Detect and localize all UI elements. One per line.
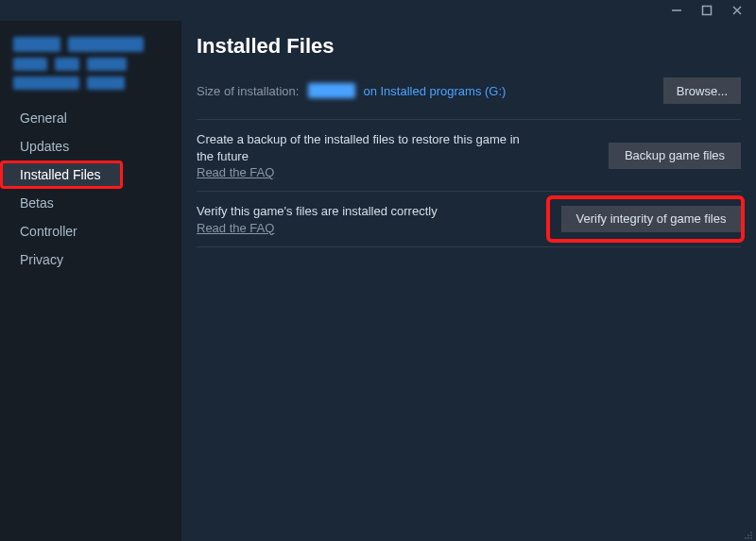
- minimize-button[interactable]: [665, 2, 688, 19]
- verify-faq-link[interactable]: Read the FAQ: [197, 221, 274, 235]
- backup-section: Create a backup of the installed files t…: [197, 119, 741, 191]
- close-button[interactable]: [726, 2, 748, 19]
- main-panel: Installed Files Size of installation: on…: [181, 21, 756, 541]
- sidebar: General Updates Installed Files Betas Co…: [0, 21, 181, 541]
- size-label: Size of installation:: [197, 84, 299, 98]
- verify-integrity-button[interactable]: Verify integrity of game files: [561, 206, 741, 232]
- browse-button[interactable]: Browse...: [663, 77, 741, 104]
- sidebar-item-label: Betas: [20, 195, 54, 211]
- sidebar-item-label: Installed Files: [20, 167, 101, 182]
- content-container: General Updates Installed Files Betas Co…: [0, 21, 756, 541]
- sidebar-item-label: Updates: [20, 139, 69, 154]
- maximize-button[interactable]: [696, 2, 718, 19]
- sidebar-item-label: General: [20, 110, 67, 126]
- size-value-blurred: [308, 83, 355, 98]
- svg-point-4: [750, 537, 752, 539]
- backup-description: Create a backup of the installed files t…: [197, 131, 537, 165]
- verify-description: Verify this game's files are installed c…: [197, 203, 438, 220]
- sidebar-item-label: Privacy: [20, 252, 63, 267]
- page-title: Installed Files: [197, 34, 741, 59]
- sidebar-item-label: Controller: [20, 224, 77, 239]
- game-artwork: [0, 26, 181, 104]
- svg-point-9: [750, 532, 752, 533]
- backup-game-files-button[interactable]: Backup game files: [609, 143, 741, 169]
- svg-point-7: [745, 537, 747, 539]
- sidebar-item-installed-files[interactable]: Installed Files: [0, 161, 123, 189]
- svg-point-5: [747, 537, 749, 539]
- sidebar-item-updates[interactable]: Updates: [0, 132, 181, 161]
- installation-size-row: Size of installation: on Installed progr…: [197, 77, 741, 104]
- titlebar: [0, 0, 756, 21]
- svg-point-6: [750, 534, 752, 536]
- divider: [197, 246, 741, 247]
- drive-location-link[interactable]: on Installed programs (G:): [363, 84, 506, 98]
- backup-faq-link[interactable]: Read the FAQ: [197, 165, 274, 179]
- svg-point-8: [747, 534, 749, 536]
- sidebar-item-privacy[interactable]: Privacy: [0, 245, 181, 274]
- installation-size-info: Size of installation: on Installed progr…: [197, 83, 506, 98]
- resize-grip-icon[interactable]: [742, 527, 753, 538]
- sidebar-item-controller[interactable]: Controller: [0, 217, 181, 245]
- sidebar-item-betas[interactable]: Betas: [0, 189, 181, 217]
- verify-section: Verify this game's files are installed c…: [197, 191, 741, 245]
- svg-rect-1: [703, 7, 712, 15]
- sidebar-item-general[interactable]: General: [0, 104, 181, 132]
